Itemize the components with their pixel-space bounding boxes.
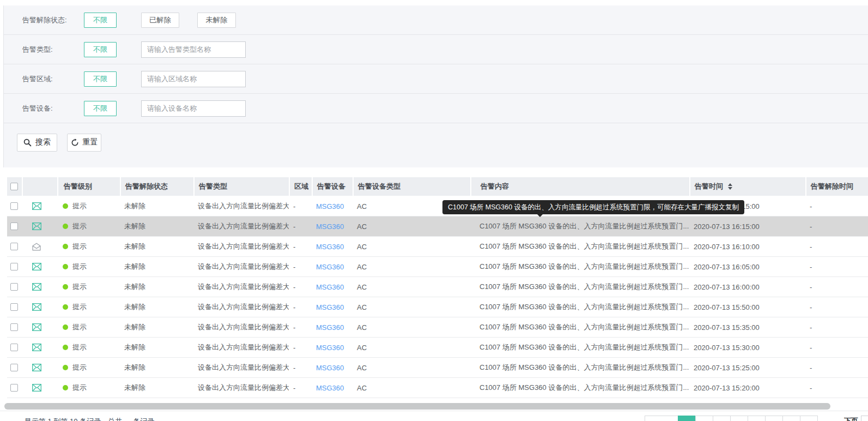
row-device-type-cell: AC [353,338,470,357]
row-clear-time-cell: - [805,358,868,377]
device-link[interactable]: MSG360 [316,303,344,311]
row-type-cell: 设备出入方向流量比例偏差大 [193,378,289,398]
table-row[interactable]: 提示 未解除 设备出入方向流量比例偏差大 - MSG360 AC C1007 场… [7,378,868,398]
table-row[interactable]: 提示 未解除 设备出入方向流量比例偏差大 - MSG360 AC C1007 场… [7,338,868,358]
pagination-prev-button[interactable] [645,416,678,421]
row-device-cell: MSG360 [312,196,353,216]
filter-alarm-device-unlimited-button[interactable]: 不限 [84,101,117,116]
row-level-cell: 提示 [57,196,120,216]
filter-clear-status-cleared-button[interactable]: 已解除 [141,13,179,28]
header-select-all-cell [7,177,22,196]
device-link[interactable]: MSG360 [316,243,344,251]
device-link[interactable]: MSG360 [316,202,344,211]
row-mail-cell [22,216,57,236]
unread-mail-icon[interactable] [32,384,41,392]
device-link[interactable]: MSG360 [316,222,344,231]
row-time-cell: 2020-07-13 16:15:00 [689,216,805,236]
row-checkbox[interactable] [10,303,18,311]
device-link[interactable]: MSG360 [316,323,344,332]
alarm-device-input[interactable] [141,100,246,117]
row-content-cell[interactable]: C1007 场所 MSG360 设备的出、入方向流量比例超过系统预置门... [470,317,689,337]
unread-mail-icon[interactable] [32,303,41,311]
pagination-page-button[interactable] [800,416,818,421]
row-checkbox[interactable] [10,384,18,392]
pagination-page-button[interactable] [695,416,713,421]
table-row[interactable]: 提示 未解除 设备出入方向流量比例偏差大 - MSG360 AC C1007 场… [7,317,868,338]
filter-clear-status-uncleared-button[interactable]: 未解除 [197,13,236,28]
pagination-page-button[interactable] [765,416,783,421]
row-check-cell [7,196,22,216]
unread-mail-icon[interactable] [32,283,41,291]
horizontal-scrollbar-thumb[interactable] [4,403,830,410]
unread-mail-icon[interactable] [32,364,41,371]
filter-alarm-type-unlimited-button[interactable]: 不限 [84,42,117,57]
table-row[interactable]: 提示 未解除 设备出入方向流量比例偏差大 - MSG360 AC C1007 场… [7,358,868,378]
row-status-cell: 未解除 [120,338,193,357]
device-link[interactable]: MSG360 [316,283,344,291]
filter-row-alarm-area: 告警区域: 不限 [4,64,868,94]
row-checkbox[interactable] [10,344,18,351]
row-checkbox[interactable] [10,202,18,210]
row-level-cell: 提示 [57,378,120,398]
pagination-page-button[interactable] [713,416,731,421]
device-link[interactable]: MSG360 [316,364,344,372]
device-link[interactable]: MSG360 [316,384,344,392]
row-time-cell: 2020-07-13 15:50:00 [689,297,805,317]
row-area-cell: - [289,338,312,357]
table-row[interactable]: 提示 未解除 设备出入方向流量比例偏差大 - MSG360 AC C1007 场… [7,237,868,257]
row-content-cell[interactable]: C1007 场所 MSG360 设备的出、入方向流量比例超过系统预置门... [470,216,689,236]
pagination-page-button[interactable] [748,416,766,421]
row-checkbox[interactable] [10,364,18,371]
row-content-cell[interactable]: C1007 场所 MSG360 设备的出、入方向流量比例超过系统预置门... [470,237,689,256]
page-size-box[interactable] [861,416,868,421]
level-dot-icon [63,324,68,330]
pagination-page-button[interactable] [678,416,696,421]
table-row[interactable]: 提示 未解除 设备出入方向流量比例偏差大 - MSG360 AC C1007 场… [7,297,868,317]
row-content-cell[interactable]: C1007 场所 MSG360 设备的出、入方向流量比例超过系统预置门... [470,257,689,276]
table-row[interactable]: 提示 未解除 设备出入方向流量比例偏差大 - MSG360 AC C1007 场… [7,277,868,297]
pagination-next-label[interactable]: 下页 [844,416,858,421]
row-content-cell[interactable]: C1007 场所 MSG360 设备的出、入方向流量比例超过系统预置门... [470,378,689,398]
reset-button[interactable]: 重置 [67,134,101,152]
pagination-page-button[interactable] [782,416,800,421]
row-content-cell[interactable]: C1007 场所 MSG360 设备的出、入方向流量比例超过系统预置门... [470,358,689,377]
unread-mail-icon[interactable] [32,344,41,351]
filter-alarm-area-unlimited-button[interactable]: 不限 [84,71,117,87]
row-content-cell[interactable]: C1007 场所 MSG360 设备的出、入方向流量比例超过系统预置门... [470,277,689,297]
row-checkbox[interactable] [10,263,18,270]
row-device-type-cell: AC [353,358,470,377]
unread-mail-icon[interactable] [32,202,41,210]
device-link[interactable]: MSG360 [316,344,344,352]
alarm-type-input[interactable] [141,41,246,58]
level-dot-icon [63,203,68,209]
row-checkbox[interactable] [10,222,18,230]
pagination-page-button[interactable] [730,416,748,421]
read-mail-icon[interactable] [32,243,41,251]
row-check-cell [7,257,22,276]
row-time-cell: 2020-07-13 15:20:00 [689,378,805,398]
select-all-checkbox[interactable] [10,183,18,190]
row-content-cell[interactable]: C1007 场所 MSG360 设备的出、入方向流量比例超过系统预置门... [470,338,689,357]
row-checkbox[interactable] [10,283,18,291]
search-button-label: 搜索 [35,137,51,147]
row-content-cell[interactable]: C1007 场所 MSG360 设备的出、入方向流量比例超过系统预置门... [470,297,689,317]
alarm-area-input[interactable] [141,71,246,87]
row-checkbox[interactable] [10,323,18,331]
unread-mail-icon[interactable] [32,222,41,230]
filter-clear-status-unlimited-button[interactable]: 不限 [84,13,117,28]
sort-caret-icon[interactable] [728,183,732,190]
row-type-cell: 设备出入方向流量比例偏差大 [193,317,289,337]
row-clear-time-cell: - [805,277,868,297]
row-area-cell: - [289,257,312,276]
row-check-cell [7,297,22,317]
table-row[interactable]: 提示 未解除 设备出入方向流量比例偏差大 - MSG360 AC C1007 场… [7,216,868,237]
row-time-cell: 2020-07-13 15:30:00 [689,338,805,357]
unread-mail-icon[interactable] [32,323,41,331]
unread-mail-icon[interactable] [32,263,41,270]
device-link[interactable]: MSG360 [316,263,344,271]
search-button[interactable]: 搜索 [17,134,57,152]
header-alarm-level: 告警级别 [57,177,120,196]
table-row[interactable]: 提示 未解除 设备出入方向流量比例偏差大 - MSG360 AC C1007 场… [7,257,868,277]
row-checkbox[interactable] [10,243,18,250]
header-alarm-time[interactable]: 告警时间 [689,177,805,196]
